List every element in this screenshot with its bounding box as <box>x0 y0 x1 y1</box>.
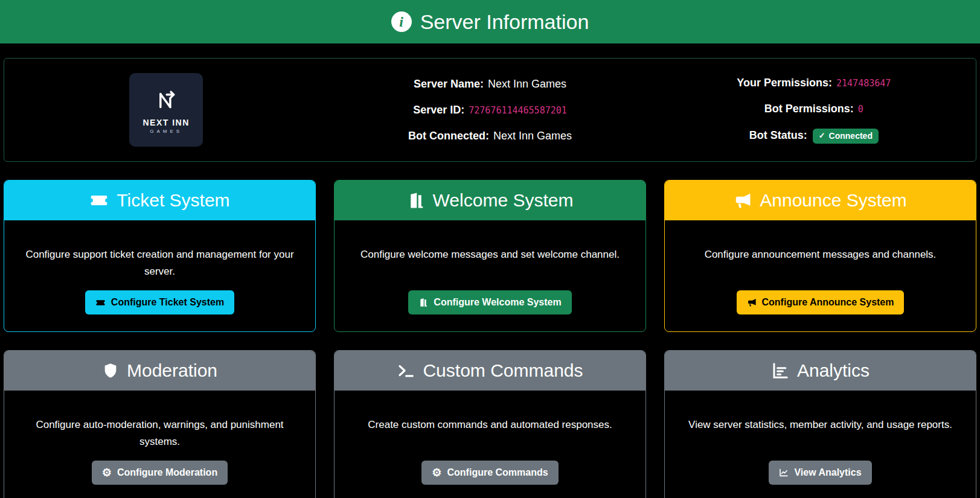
your-permissions-value: 2147483647 <box>836 78 891 89</box>
card-welcome-title: Welcome System <box>433 190 574 211</box>
status-badge: ✓Connected <box>813 129 879 144</box>
card-commands-header: Custom Commands <box>335 351 645 391</box>
bot-status-field: Bot Status:✓Connected <box>749 129 879 144</box>
bot-connected-label: Bot Connected: <box>408 130 489 142</box>
card-analytics-body: View server statistics, member activity,… <box>665 391 976 498</box>
bot-permissions-label: Bot Permissions: <box>764 103 854 115</box>
configure-ticket-system-button[interactable]: Configure Ticket System <box>85 290 234 314</box>
chart-line-icon <box>779 468 789 477</box>
info-circle-icon: i <box>391 11 412 32</box>
server-name-label: Server Name: <box>414 78 484 90</box>
bot-connected-value: Next Inn Games <box>493 130 572 142</box>
server-logo-mark-icon <box>152 86 180 117</box>
server-id-label: Server ID: <box>413 104 464 116</box>
ticket-icon <box>89 191 109 210</box>
configure-announce-system-button[interactable]: Configure Announce System <box>737 290 905 314</box>
configure-commands-button[interactable]: ⚙ Configure Commands <box>421 461 558 485</box>
feature-cards-grid: Ticket System Configure support ticket c… <box>4 180 976 498</box>
page-title: Server Information <box>420 10 589 34</box>
your-permissions-field: Your Permissions:2147483647 <box>737 77 891 89</box>
bot-permissions-value: 0 <box>858 104 863 115</box>
card-ticket-system: Ticket System Configure support ticket c… <box>4 180 316 332</box>
configure-welcome-system-button[interactable]: Configure Welcome System <box>408 290 571 314</box>
server-info-right-column: Your Permissions:2147483647 Bot Permissi… <box>652 73 976 147</box>
card-moderation-header: Moderation <box>4 351 315 391</box>
view-analytics-label: View Analytics <box>794 467 861 478</box>
server-logo-text: NEXT INN <box>143 118 189 127</box>
bot-permissions-field: Bot Permissions:0 <box>764 103 863 115</box>
card-moderation-description: Configure auto-moderation, warnings, and… <box>19 417 301 450</box>
server-logo-column: NEXT INN GAMES <box>4 73 328 147</box>
gear-icon: ⚙ <box>432 467 441 478</box>
card-announce-system: Announce System Configure announcement m… <box>664 180 976 332</box>
configure-moderation-label: Configure Moderation <box>117 467 217 478</box>
check-icon: ✓ <box>819 132 825 139</box>
server-logo: NEXT INN GAMES <box>129 73 203 147</box>
card-commands-description: Create custom commands and automated res… <box>368 417 612 433</box>
configure-announce-system-label: Configure Announce System <box>762 297 894 308</box>
server-info-panel: NEXT INN GAMES Server Name:Next Inn Game… <box>4 58 976 162</box>
card-commands-body: Create custom commands and automated res… <box>335 391 645 498</box>
card-announce-title: Announce System <box>760 190 906 211</box>
shield-icon <box>102 362 119 379</box>
terminal-icon <box>397 362 415 380</box>
server-info-center-column: Server Name:Next Inn Games Server ID:727… <box>328 73 652 147</box>
card-analytics-title: Analytics <box>797 360 870 381</box>
megaphone-icon <box>747 298 757 307</box>
card-moderation-body: Configure auto-moderation, warnings, and… <box>4 391 315 498</box>
server-id-field: Server ID:727676114465587201 <box>413 104 567 117</box>
status-badge-text: Connected <box>829 131 873 141</box>
card-moderation: Moderation Configure auto-moderation, wa… <box>4 350 316 498</box>
gear-icon: ⚙ <box>102 467 112 478</box>
page-header: i Server Information <box>0 0 980 43</box>
card-commands-title: Custom Commands <box>423 360 583 381</box>
card-announce-header: Announce System <box>665 180 976 220</box>
bot-connected-field: Bot Connected:Next Inn Games <box>408 130 572 142</box>
configure-ticket-system-label: Configure Ticket System <box>111 297 224 308</box>
server-name-value: Next Inn Games <box>488 78 566 90</box>
card-ticket-body: Configure support ticket creation and ma… <box>4 220 315 331</box>
card-welcome-system: Welcome System Configure welcome message… <box>334 180 646 332</box>
your-permissions-label: Your Permissions: <box>737 77 832 89</box>
server-name-field: Server Name:Next Inn Games <box>414 78 566 91</box>
bot-status-label: Bot Status: <box>749 129 807 141</box>
card-analytics-description: View server statistics, member activity,… <box>688 417 952 433</box>
bar-chart-icon <box>771 362 789 380</box>
card-custom-commands: Custom Commands Create custom commands a… <box>334 350 646 498</box>
card-announce-body: Configure announcement messages and chan… <box>665 220 976 331</box>
configure-commands-label: Configure Commands <box>447 467 548 478</box>
door-open-icon <box>407 191 425 209</box>
card-ticket-header: Ticket System <box>4 180 315 220</box>
view-analytics-button[interactable]: View Analytics <box>769 461 871 485</box>
configure-welcome-system-label: Configure Welcome System <box>434 297 561 308</box>
ticket-icon <box>95 298 106 308</box>
card-ticket-title: Ticket System <box>117 190 229 211</box>
card-analytics: Analytics View server statistics, member… <box>664 350 976 498</box>
configure-moderation-button[interactable]: ⚙ Configure Moderation <box>92 461 228 485</box>
server-id-value: 727676114465587201 <box>469 105 567 116</box>
card-welcome-description: Configure welcome messages and set welco… <box>360 246 620 263</box>
card-announce-description: Configure announcement messages and chan… <box>705 246 937 263</box>
card-welcome-header: Welcome System <box>335 180 645 220</box>
card-analytics-header: Analytics <box>665 351 976 391</box>
card-moderation-title: Moderation <box>127 360 217 381</box>
megaphone-icon <box>734 191 752 209</box>
card-welcome-body: Configure welcome messages and set welco… <box>335 220 645 331</box>
card-ticket-description: Configure support ticket creation and ma… <box>19 246 301 280</box>
server-logo-subtext: GAMES <box>150 129 182 134</box>
door-open-icon <box>418 298 428 307</box>
